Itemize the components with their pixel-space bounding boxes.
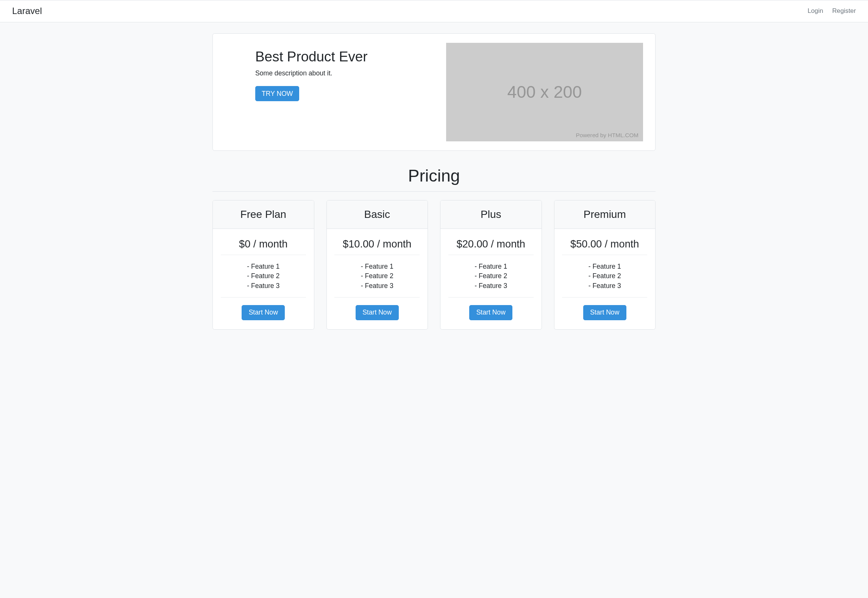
- placeholder-image: 400 x 200 Powered by HTML.COM: [446, 43, 643, 141]
- feature-item: - Feature 3: [562, 282, 647, 290]
- login-link[interactable]: Login: [807, 7, 823, 14]
- placeholder-credit: Powered by HTML.COM: [576, 132, 639, 138]
- nav-links: Login Register: [807, 7, 856, 15]
- card-body: $50.00 / month- Feature 1- Feature 2- Fe…: [554, 229, 656, 330]
- feature-item: - Feature 1: [448, 263, 534, 271]
- feature-item: - Feature 3: [334, 282, 420, 290]
- card-divider: [562, 255, 647, 255]
- plan-name: Basic: [333, 208, 422, 221]
- card-divider: [221, 297, 306, 297]
- card-header: Premium: [554, 200, 656, 229]
- pricing-section: Pricing Free Plan$0 / month- Feature 1- …: [212, 166, 656, 330]
- register-link[interactable]: Register: [832, 7, 856, 14]
- plan-name: Plus: [446, 208, 535, 221]
- plan-price: $10.00 / month: [334, 238, 420, 250]
- hero-description: Some description about it.: [255, 69, 434, 77]
- card-header: Free Plan: [213, 200, 314, 229]
- plan-name: Premium: [560, 208, 649, 221]
- card-divider: [448, 297, 534, 297]
- try-now-button[interactable]: TRY NOW: [255, 86, 299, 102]
- feature-item: - Feature 2: [221, 272, 306, 280]
- feature-item: - Feature 2: [334, 272, 420, 280]
- card-body: $0 / month- Feature 1- Feature 2- Featur…: [213, 229, 314, 330]
- card-header: Plus: [440, 200, 542, 229]
- feature-item: - Feature 1: [562, 263, 647, 271]
- feature-item: - Feature 2: [562, 272, 647, 280]
- hero-image-wrapper: 400 x 200 Powered by HTML.COM: [446, 43, 643, 141]
- pricing-card: Plus$20.00 / month- Feature 1- Feature 2…: [440, 200, 542, 330]
- pricing-card: Basic$10.00 / month- Feature 1- Feature …: [326, 200, 428, 330]
- plan-name: Free Plan: [219, 208, 308, 221]
- card-body: $20.00 / month- Feature 1- Feature 2- Fe…: [440, 229, 542, 330]
- feature-item: - Feature 3: [221, 282, 306, 290]
- feature-item: - Feature 3: [448, 282, 534, 290]
- hero-title: Best Product Ever: [255, 49, 434, 65]
- pricing-card: Free Plan$0 / month- Feature 1- Feature …: [212, 200, 314, 330]
- card-header: Basic: [327, 200, 428, 229]
- card-divider: [334, 255, 420, 255]
- section-divider: [212, 191, 656, 192]
- card-divider: [334, 297, 420, 297]
- brand-link[interactable]: Laravel: [12, 6, 42, 16]
- feature-item: - Feature 2: [448, 272, 534, 280]
- card-divider: [562, 297, 647, 297]
- pricing-title: Pricing: [212, 166, 656, 185]
- start-now-button[interactable]: Start Now: [242, 305, 285, 321]
- card-divider: [221, 255, 306, 255]
- start-now-button[interactable]: Start Now: [583, 305, 626, 321]
- feature-item: - Feature 1: [334, 263, 420, 271]
- navbar: Laravel Login Register: [0, 0, 868, 22]
- plan-price: $20.00 / month: [448, 238, 534, 250]
- card-body: $10.00 / month- Feature 1- Feature 2- Fe…: [327, 229, 428, 330]
- card-divider: [448, 255, 534, 255]
- hero-card: Best Product Ever Some description about…: [212, 33, 656, 151]
- feature-item: - Feature 1: [221, 263, 306, 271]
- placeholder-text: 400 x 200: [507, 82, 582, 102]
- start-now-button[interactable]: Start Now: [469, 305, 512, 321]
- start-now-button[interactable]: Start Now: [356, 305, 399, 321]
- hero-content: Best Product Ever Some description about…: [225, 43, 434, 102]
- plan-price: $0 / month: [221, 238, 306, 250]
- plan-price: $50.00 / month: [562, 238, 647, 250]
- pricing-card: Premium$50.00 / month- Feature 1- Featur…: [554, 200, 656, 330]
- pricing-grid: Free Plan$0 / month- Feature 1- Feature …: [212, 200, 656, 330]
